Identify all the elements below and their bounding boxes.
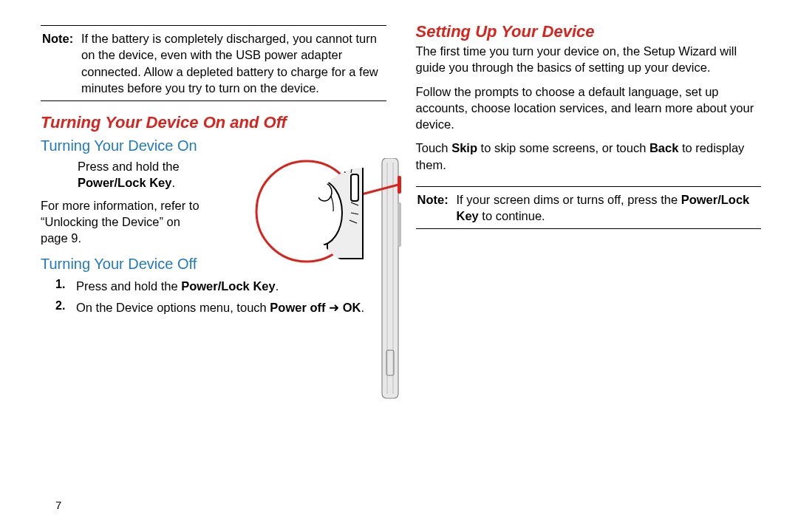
note-block-left: Note: If the battery is completely disch… bbox=[41, 30, 386, 96]
right-p1: The first time you turn your device on, … bbox=[416, 43, 762, 76]
off1-a: Press and hold the bbox=[76, 279, 181, 293]
volume-rocker-icon bbox=[398, 202, 401, 247]
heading-turning-off: Turning Your Device Off bbox=[41, 255, 200, 273]
page-number: 7 bbox=[55, 499, 61, 511]
p3-c: to skip some screens, or touch bbox=[477, 141, 649, 154]
left-narrow-wrap: Turning Your Device On Press and hold th… bbox=[41, 137, 200, 273]
list-number-2: 2. bbox=[55, 299, 76, 316]
on-press-tail: . bbox=[171, 176, 175, 189]
left-column: Note: If the battery is completely disch… bbox=[41, 22, 386, 320]
page: Note: If the battery is completely disch… bbox=[0, 0, 798, 342]
heading-turning-on: Turning Your Device On bbox=[41, 137, 200, 155]
p3-d: Back bbox=[649, 141, 678, 154]
on-info: For more information, refer to “Unlockin… bbox=[41, 197, 200, 247]
rule-bottom-left-note bbox=[41, 100, 386, 101]
on-press-text: Press and hold the bbox=[78, 160, 180, 173]
rule-bottom-right-note bbox=[416, 228, 762, 229]
zoom-power-button-icon bbox=[351, 174, 358, 201]
note-block-right: Note: If your screen dims or turns off, … bbox=[416, 191, 762, 225]
right-column: Setting Up Your Device The first time yo… bbox=[416, 22, 762, 320]
tablet-side-icon bbox=[382, 158, 401, 398]
right-p2: Follow the prompts to choose a default l… bbox=[416, 83, 762, 133]
note-body: If the battery is completely discharged,… bbox=[81, 32, 378, 95]
heading-setting-up: Setting Up Your Device bbox=[416, 22, 762, 41]
device-illustration bbox=[240, 158, 417, 402]
note-label: Note: bbox=[42, 30, 73, 47]
svg-rect-0 bbox=[382, 158, 398, 398]
rule-top-right-note bbox=[416, 186, 762, 187]
p3-a: Touch bbox=[416, 141, 452, 154]
list-number-1: 1. bbox=[55, 278, 76, 294]
note-right-c: to continue. bbox=[479, 209, 545, 222]
heading-turning-on-off: Turning Your Device On and Off bbox=[41, 113, 386, 132]
on-press-line: Press and hold the Power/Lock Key. bbox=[41, 158, 200, 191]
note-label-right: Note: bbox=[417, 191, 449, 208]
right-p3: Touch Skip to skip some screens, or touc… bbox=[416, 140, 762, 173]
on-press-bold: Power/Lock Key bbox=[78, 176, 171, 189]
rule-top-left bbox=[41, 25, 386, 26]
p3-b: Skip bbox=[451, 141, 477, 154]
note-right-a: If your screen dims or turns off, press … bbox=[457, 193, 681, 206]
